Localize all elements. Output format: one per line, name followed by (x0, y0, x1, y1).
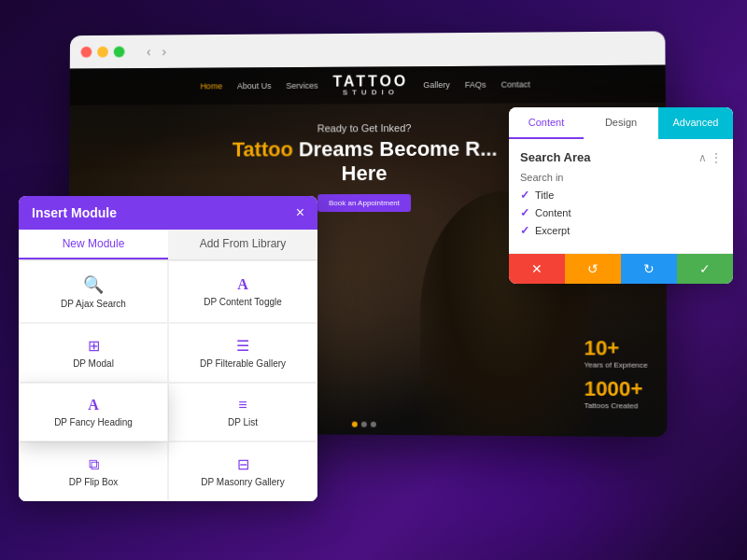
checkbox-excerpt[interactable]: ✓ Excerpt (520, 224, 722, 237)
site-logo: TATTOO STUDIO (332, 73, 408, 98)
dot-3[interactable] (371, 422, 376, 427)
toggle-icon: A (237, 276, 248, 293)
close-button[interactable] (81, 47, 92, 58)
panel-close-button[interactable]: × (296, 205, 304, 220)
module-name-ajax-search: DP Ajax Search (61, 299, 126, 309)
stat-tattoos-num: 1000+ (584, 377, 647, 402)
browser-titlebar: ‹ › (70, 31, 666, 68)
browser-nav: ‹ › (143, 42, 170, 61)
logo-studio: STUDIO (332, 90, 408, 98)
search-in-label: Search in (520, 172, 722, 183)
flipbox-icon: ⧉ (89, 456, 99, 473)
check-excerpt-icon: ✓ (520, 224, 529, 237)
tab-advanced[interactable]: Advanced (658, 107, 733, 139)
redo-button[interactable]: ↻ (621, 254, 677, 284)
checkbox-excerpt-label: Excerpt (535, 225, 570, 236)
module-name-content-toggle: DP Content Toggle (204, 297, 282, 307)
masonry-icon: ⊟ (237, 455, 249, 473)
settings-actions: ✕ ↺ ↻ ✓ (509, 254, 733, 284)
fullscreen-button[interactable] (114, 47, 125, 58)
tab-add-library[interactable]: Add From Library (168, 230, 317, 259)
gallery-icon: ☰ (236, 337, 249, 355)
module-dp-masonry-gallery[interactable]: ⊟ DP Masonry Gallery (168, 441, 317, 501)
traffic-lights (81, 47, 125, 58)
checkbox-content[interactable]: ✓ Content (520, 206, 722, 219)
more-options-button[interactable]: ⋮ (711, 151, 722, 164)
module-dp-fancy-heading[interactable]: A DP Fancy Heading (19, 383, 168, 441)
tab-design[interactable]: Design (584, 107, 658, 139)
stat-years-label: Years of Exprience (584, 360, 647, 369)
slider-dots (352, 422, 376, 427)
module-dp-list[interactable]: ≡ DP List (168, 383, 317, 441)
module-name-modal: DP Modal (73, 358, 114, 369)
hero-title-highlight: Tattoo (233, 137, 293, 161)
module-dp-modal[interactable]: ⊞ DP Modal (19, 323, 168, 383)
cancel-button[interactable]: ✕ (509, 254, 565, 284)
tab-new-module[interactable]: New Module (19, 230, 168, 259)
panel-header: Insert Module × (19, 196, 317, 230)
hero-title-here: Here (342, 161, 388, 185)
undo-button[interactable]: ↺ (565, 254, 621, 284)
section-actions: ∧ ⋮ (698, 151, 722, 164)
module-dp-ajax-search[interactable]: 🔍 DP Ajax Search (19, 260, 168, 323)
nav-home[interactable]: Home (200, 81, 222, 91)
modal-icon: ⊞ (88, 337, 100, 355)
nav-services[interactable]: Services (286, 81, 317, 91)
settings-content: Search Area ∧ ⋮ Search in ✓ Title ✓ Cont… (509, 139, 733, 253)
back-arrow[interactable]: ‹ (143, 42, 155, 61)
dot-1[interactable] (352, 422, 358, 427)
minimize-button[interactable] (97, 47, 108, 58)
logo-tattoo: TATTOO (332, 73, 408, 90)
stat-years-num: 10+ (584, 336, 647, 361)
check-title-icon: ✓ (520, 189, 529, 202)
hero-title-main: Dreams Become R... (299, 137, 498, 161)
module-dp-filterable-gallery[interactable]: ☰ DP Filterable Gallery (168, 323, 317, 383)
checkbox-title-label: Title (535, 189, 554, 201)
check-content-icon: ✓ (520, 206, 529, 219)
nav-contact[interactable]: Contact (501, 79, 530, 89)
collapse-button[interactable]: ∧ (698, 151, 707, 164)
checkbox-title[interactable]: ✓ Title (520, 189, 722, 202)
book-appointment-button[interactable]: Book an Appointment (317, 194, 411, 212)
forward-arrow[interactable]: › (158, 42, 170, 61)
panel-title: Insert Module (32, 205, 117, 220)
checkbox-content-label: Content (535, 207, 571, 218)
settings-tabs: Content Design Advanced (509, 107, 733, 139)
list-icon: ≡ (238, 397, 247, 413)
module-name-flip-box: DP Flip Box (69, 477, 119, 487)
module-dp-flip-box[interactable]: ⧉ DP Flip Box (19, 441, 168, 501)
module-name-filterable-gallery: DP Filterable Gallery (200, 358, 286, 369)
module-grid: 🔍 DP Ajax Search A DP Content Toggle ⊞ D… (19, 260, 317, 501)
module-name-list: DP List (228, 417, 258, 427)
dot-2[interactable] (361, 422, 367, 427)
nav-faqs[interactable]: FAQs (465, 80, 486, 90)
module-dp-content-toggle[interactable]: A DP Content Toggle (168, 260, 317, 323)
search-icon: 🔍 (83, 274, 104, 295)
module-name-masonry-gallery: DP Masonry Gallery (201, 477, 284, 487)
section-title: Search Area (520, 150, 590, 164)
insert-module-panel: Insert Module × New Module Add From Libr… (19, 196, 317, 501)
settings-panel: Content Design Advanced Search Area ∧ ⋮ … (509, 107, 733, 284)
nav-gallery[interactable]: Gallery (423, 80, 450, 90)
stats-section: 10+ Years of Exprience 1000+ Tattoos Cre… (584, 336, 648, 418)
fancy-heading-icon: A (88, 397, 99, 413)
module-name-fancy-heading: DP Fancy Heading (54, 417, 133, 427)
stat-tattoos-label: Tattoos Created (585, 401, 648, 411)
panel-tabs: New Module Add From Library (19, 230, 317, 260)
nav-about[interactable]: About Us (237, 81, 272, 91)
tab-content[interactable]: Content (509, 107, 584, 139)
save-button[interactable]: ✓ (677, 254, 733, 284)
site-navigation: Home About Us Services TATTOO STUDIO Gal… (70, 65, 666, 105)
section-header: Search Area ∧ ⋮ (520, 150, 722, 164)
